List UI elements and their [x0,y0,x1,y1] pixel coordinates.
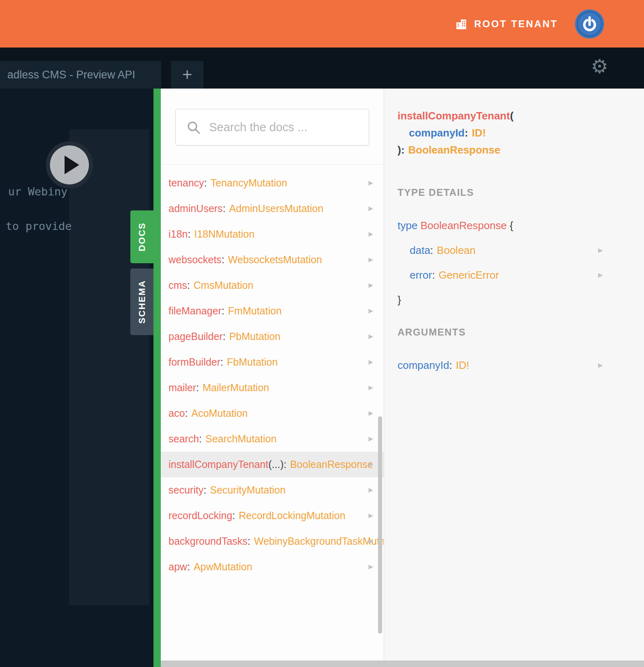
type-details-heading: TYPE DETAILS [398,187,628,198]
field-name: installCompanyTenant [169,459,268,470]
doc-item-backgroundTasks[interactable]: backgroundTasks:WebinyBackgroundTaskMuta… [161,528,384,554]
type-field-data[interactable]: data:Boolean ▶ [398,244,628,257]
play-icon [65,156,79,174]
signature-return-type: BooleanResponse [408,144,500,156]
type-field-error[interactable]: error:GenericError ▶ [398,269,628,282]
doc-item-aco[interactable]: aco:AcoMutation▶ [161,401,384,426]
chevron-right-icon: ▶ [368,175,373,191]
type-field-type: GenericError [439,269,499,281]
field-type: RecordLockingMutation [239,510,346,521]
horizontal-scrollbar[interactable] [161,661,644,667]
signature-arg-name: companyId [409,127,465,139]
type-name[interactable]: BooleanResponse [420,219,507,232]
app-header: ROOT TENANT [0,0,644,48]
field-detail-panel: installCompanyTenant( companyId:ID! ):Bo… [384,89,644,667]
chevron-right-icon: ▶ [368,303,373,319]
field-args: (...) [268,459,284,470]
docs-vertical-scrollbar[interactable] [378,416,382,634]
doc-item-tenancy[interactable]: tenancy:TenancyMutation▶ [161,170,384,196]
new-tab-button[interactable]: + [171,61,203,89]
docs-resize-handle[interactable] [153,89,161,667]
field-type: FmMutation [228,305,282,316]
field-type: MailerMutation [203,382,269,393]
field-name: apw [169,561,187,572]
field-name: websockets [169,254,222,265]
chevron-right-icon: ▶ [368,201,373,217]
type-field-type: Boolean [437,244,475,256]
type-keyword: type [398,219,417,232]
query-editor-pane[interactable]: ur Webiny to provide [0,89,161,667]
signature-arg-type: ID! [472,127,486,139]
editor-code-line: ur Webiny [8,185,67,198]
field-name: cms [169,279,187,291]
field-name: i18n [169,228,188,240]
chevron-right-icon: ▶ [368,380,373,396]
field-name: pageBuilder [169,331,223,342]
chevron-right-icon: ▶ [368,482,373,498]
field-name: search [169,433,199,444]
docs-search-input[interactable] [176,109,369,145]
doc-item-websockets[interactable]: websockets:WebsocketsMutation▶ [161,247,384,273]
field-type: SearchMutation [205,433,277,444]
argument-name: companyId [398,359,449,371]
field-name: mailer [169,382,196,393]
field-type: ApwMutation [194,561,253,572]
field-type: SecurityMutation [210,484,285,496]
field-type: WebsocketsMutation [228,254,322,265]
doc-item-cms[interactable]: cms:CmsMutation▶ [161,273,384,298]
doc-item-recordLocking[interactable]: recordLocking:RecordLockingMutation▶ [161,503,384,528]
field-type: AdminUsersMutation [229,203,323,214]
field-name: recordLocking [169,510,232,521]
doc-item-fileManager[interactable]: fileManager:FmMutation▶ [161,298,384,324]
doc-item-mailer[interactable]: mailer:MailerMutation▶ [161,375,384,401]
schema-side-tab[interactable]: SCHEMA [130,269,153,335]
field-type: I18NMutation [194,228,255,240]
schema-tab-label: SCHEMA [137,280,147,323]
field-name: fileManager [169,305,222,316]
field-type: TenancyMutation [211,177,287,188]
doc-item-i18n[interactable]: i18n:I18NMutation▶ [161,221,384,247]
tenant-label: ROOT TENANT [474,18,558,30]
doc-item-search[interactable]: search:SearchMutation▶ [161,426,384,452]
arguments-heading: ARGUMENTS [398,327,628,338]
field-name: backgroundTasks [169,535,248,547]
tenant-selector[interactable]: ROOT TENANT [456,18,558,30]
search-icon [186,120,201,135]
session-tab-title: adless CMS - Preview API [7,69,135,81]
type-closing-brace: } [398,294,628,306]
chevron-right-icon: ▶ [368,508,373,524]
chevron-right-icon: ▶ [368,226,373,242]
type-field-name: error [410,269,432,281]
argument-companyId[interactable]: companyId:ID! ▶ [398,359,628,372]
chevron-right-icon: ▶ [368,252,373,268]
docs-side-tab[interactable]: DOCS [130,210,153,263]
user-avatar-power-button[interactable] [575,9,604,39]
field-name: tenancy [169,177,204,188]
field-type: BooleanResponse [290,459,373,470]
editor-code-line: to provide [6,220,72,232]
building-icon [456,19,468,29]
doc-item-apw[interactable]: apw:ApwMutation▶ [161,554,384,580]
type-field-name: data [410,244,430,256]
chevron-right-icon: ▶ [598,247,603,254]
field-type: FbMutation [227,356,278,368]
doc-item-adminUsers[interactable]: adminUsers:AdminUsersMutation▶ [161,196,384,221]
execute-query-button[interactable] [46,141,93,188]
chevron-right-icon: ▶ [368,277,373,293]
field-signature: installCompanyTenant( companyId:ID! ):Bo… [398,107,628,158]
doc-item-security[interactable]: security:SecurityMutation▶ [161,477,384,503]
chevron-right-icon: ▶ [368,457,373,472]
chevron-right-icon: ▶ [598,362,603,369]
session-tab[interactable]: adless CMS - Preview API [0,61,161,89]
doc-item-formBuilder[interactable]: formBuilder:FbMutation▶ [161,349,384,375]
field-type: AcoMutation [191,407,248,419]
doc-item-installCompanyTenant[interactable]: installCompanyTenant(...):BooleanRespons… [161,452,384,477]
doc-item-pageBuilder[interactable]: pageBuilder:PbMutation▶ [161,324,384,349]
settings-gear-icon[interactable]: ⚙ [591,56,608,76]
docs-explorer-panel: tenancy:TenancyMutation▶ adminUsers:Admi… [161,89,384,667]
field-name: security [169,484,203,496]
docs-tab-label: DOCS [137,222,147,251]
editor-sub-pane [69,129,149,605]
plus-icon: + [182,65,192,84]
power-icon [575,9,604,39]
